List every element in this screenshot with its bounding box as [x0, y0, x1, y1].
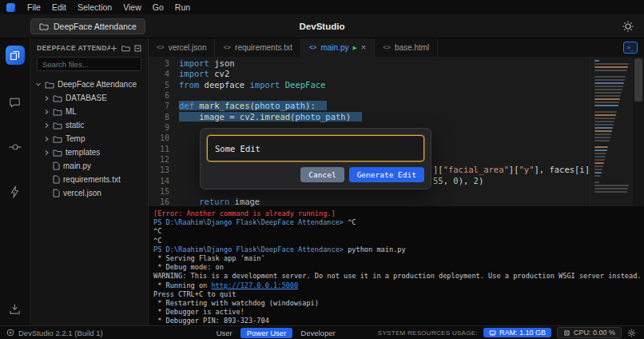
terminal-line: ^C	[153, 237, 639, 245]
menu-item-go[interactable]: Go	[147, 0, 169, 14]
code-line: from deepface import DeepFace	[179, 80, 644, 90]
file-icon	[53, 162, 60, 170]
lightning-icon[interactable]	[8, 185, 22, 199]
chat-icon[interactable]	[8, 95, 22, 110]
tree-item-label: requirements.txt	[63, 175, 121, 184]
tab-requirements-txt[interactable]: <>requirements.txt	[215, 38, 300, 57]
terminal-line: PS D:\Raahim\Django Flask\DeepFace Atten…	[153, 218, 639, 227]
project-button[interactable]: DeepFace Attendance	[30, 18, 145, 34]
terminal-line: * Debugger is active!	[153, 308, 639, 317]
collapse-all-icon[interactable]	[134, 45, 141, 52]
menu-bar: FileEditSelectionViewGoRun	[0, 0, 644, 14]
new-folder-icon[interactable]	[121, 45, 130, 52]
code-file-icon: <>	[157, 44, 165, 51]
role-user[interactable]: User	[217, 329, 233, 337]
terminal-toggle-icon[interactable]: >_	[623, 42, 638, 54]
chevron-right-icon	[43, 122, 50, 129]
menu-item-file[interactable]: File	[22, 0, 46, 14]
version-label: DevStudio 2.2.1 (Build 1)	[18, 329, 103, 337]
files-explorer-icon[interactable]	[6, 46, 25, 65]
tree-item-label: Temp	[66, 134, 85, 143]
tree-item-requirements-txt[interactable]: requirements.txt	[30, 173, 148, 186]
menu-item-run[interactable]: Run	[169, 0, 196, 14]
source-control-icon[interactable]	[8, 140, 22, 154]
code-file-icon: <>	[383, 44, 391, 51]
minimap-line	[594, 98, 620, 100]
minimap-line	[594, 127, 613, 129]
minimap-line	[594, 79, 625, 81]
run-file-icon[interactable]: ▶	[352, 45, 356, 51]
minimap-line	[594, 134, 611, 135]
tree-item-label: vercel.json	[63, 189, 101, 197]
role-developer[interactable]: Developer	[300, 329, 335, 337]
minimap-line	[594, 156, 606, 158]
menu-items: FileEditSelectionViewGoRun	[22, 0, 196, 14]
minimap-line	[594, 70, 627, 71]
tree-item-main-py[interactable]: main.py	[30, 159, 148, 173]
theme-toggle-icon[interactable]	[622, 20, 634, 33]
role-power-user[interactable]: Power User	[241, 328, 293, 338]
terminal-panel[interactable]: [Error: Another command is already runni…	[149, 206, 644, 325]
app-logo-icon[interactable]	[6, 3, 15, 12]
folder-icon	[53, 135, 62, 143]
tab-label: main.py	[320, 43, 348, 52]
code-file-icon: <>	[309, 44, 317, 51]
minimap-line	[594, 150, 607, 151]
tree-item-static[interactable]: static	[30, 118, 148, 132]
terminal-link[interactable]: http://127.0.0.1:5000	[211, 281, 298, 289]
tree-item-deepface-attendance[interactable]: DeepFace Attendance	[30, 78, 148, 91]
line-number: 7	[149, 101, 169, 111]
code-editor[interactable]: 345678910111213141516 import jsonimport …	[149, 57, 644, 206]
ram-usage-badge: RAM: 1.10 GB	[483, 328, 551, 337]
tab-bar: <>vercel.json<>requirements.txt<>main.py…	[149, 38, 644, 57]
menu-item-selection[interactable]: Selection	[72, 0, 117, 14]
terminal-line: Press CTRL+C to quit	[153, 290, 639, 299]
download-icon[interactable]	[8, 301, 22, 316]
chevron-right-icon	[43, 136, 50, 142]
tab-vercel-json[interactable]: <>vercel.json	[149, 38, 215, 57]
minimap-line	[594, 137, 610, 138]
ram-icon	[489, 329, 496, 337]
terminal-line: [Error: Another command is already runni…	[153, 209, 639, 218]
terminal-line: * Restarting with watchdog (windowsapi)	[153, 299, 639, 308]
minimap-line	[594, 175, 601, 177]
line-number: 5	[149, 80, 169, 90]
tree-item-temp[interactable]: Temp	[30, 132, 148, 146]
devstudio-logo-icon	[6, 329, 14, 337]
line-number: 15	[149, 186, 169, 197]
terminal-line: ^C	[153, 227, 639, 236]
tab-label: requirements.txt	[235, 43, 292, 52]
file-icon	[53, 189, 60, 197]
cancel-button[interactable]: Cancel	[300, 167, 344, 182]
editor-scrollbar[interactable]	[633, 57, 644, 206]
tree-item-ml[interactable]: ML	[30, 105, 148, 118]
close-tab-icon[interactable]: ×	[361, 43, 366, 52]
tree-item-database[interactable]: DATABASE	[30, 91, 148, 105]
minimap[interactable]	[590, 57, 633, 206]
search-input[interactable]	[37, 57, 141, 71]
minimap-line	[594, 188, 628, 189]
new-file-icon[interactable]	[110, 45, 117, 52]
explorer-panel: DEEPFACE ATTENDANCE DeepFace AttendanceD…	[30, 38, 149, 325]
tree-item-label: static	[66, 121, 84, 130]
code-line: image = cv2.imread(photo_path)	[179, 112, 644, 122]
folder-icon	[39, 22, 49, 30]
menu-item-view[interactable]: View	[117, 0, 147, 14]
line-number: 12	[149, 154, 169, 165]
generate-edit-button[interactable]: Generate Edit	[349, 167, 424, 182]
tab-main-py[interactable]: <>main.py▶×	[301, 38, 375, 57]
minimap-line	[594, 121, 614, 122]
folder-icon	[53, 122, 62, 130]
line-number: 11	[149, 144, 169, 154]
edit-instruction-input[interactable]	[207, 135, 424, 162]
explorer-title: DEEPFACE ATTENDANCE	[37, 44, 110, 52]
scrollbar-thumb[interactable]	[634, 58, 642, 102]
gear-icon[interactable]	[627, 329, 636, 337]
menu-item-edit[interactable]: Edit	[46, 0, 72, 14]
terminal-line: PS D:\Raahim\Django Flask\DeepFace Atten…	[153, 245, 639, 254]
tree-item-templates[interactable]: templates	[30, 146, 148, 159]
minimap-line	[594, 159, 605, 161]
line-number: 9	[149, 122, 169, 133]
tree-item-vercel-json[interactable]: vercel.json	[30, 186, 148, 200]
tab-base-html[interactable]: <>base.html	[375, 38, 438, 57]
